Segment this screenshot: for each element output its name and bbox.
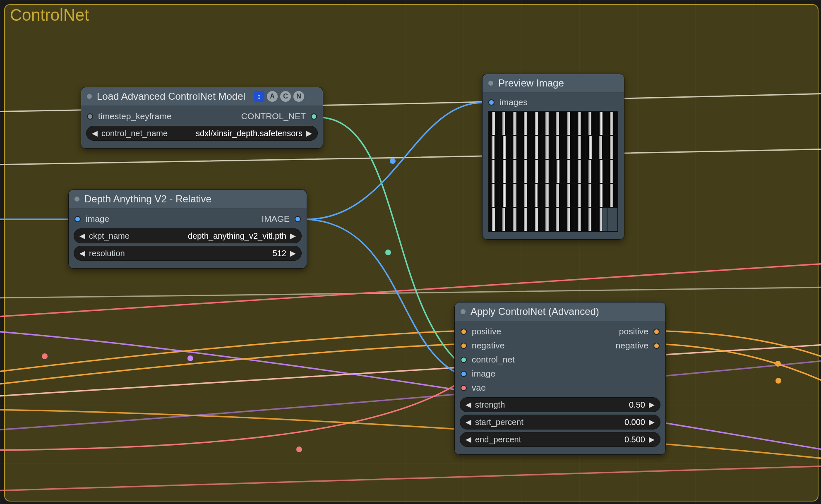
port-icon[interactable]: [653, 329, 660, 335]
output-control-net[interactable]: CONTROL_NET: [241, 111, 317, 121]
port-icon[interactable]: [461, 329, 467, 335]
widget-value[interactable]: 0.50: [629, 400, 645, 410]
output-label: negative: [616, 341, 648, 350]
input-image[interactable]: image: [74, 214, 109, 224]
input-label: vae: [472, 383, 486, 393]
input-control-net[interactable]: control_net: [461, 355, 515, 365]
widget-value[interactable]: 512: [273, 249, 286, 258]
chevron-right-icon[interactable]: ▶: [289, 231, 297, 240]
chevron-left-icon[interactable]: ◀: [78, 249, 86, 258]
collapse-dot-icon[interactable]: [488, 81, 493, 86]
node-header[interactable]: Apply ControlNet (Advanced): [455, 302, 665, 321]
widget-resolution[interactable]: ◀ resolution 512 ▶: [74, 246, 302, 261]
input-vae[interactable]: vae: [461, 383, 486, 393]
port-icon[interactable]: [311, 113, 317, 120]
node-apply-controlnet-advanced[interactable]: Apply ControlNet (Advanced) positive pos…: [454, 302, 666, 455]
output-positive[interactable]: positive: [619, 326, 660, 336]
input-label: negative: [472, 341, 504, 350]
preview-thumbnail: [607, 208, 617, 231]
input-negative[interactable]: negative: [461, 341, 504, 350]
widget-strength[interactable]: ◀ strength 0.50 ▶: [460, 397, 660, 412]
node-header[interactable]: Depth Anything V2 - Relative: [69, 190, 307, 209]
node-badges: ↕ A C N: [254, 91, 304, 102]
preview-thumbnail: [564, 136, 574, 159]
widget-label: strength: [475, 400, 505, 410]
preview-thumbnail: [500, 208, 510, 231]
widget-value[interactable]: sdxl/xinsir_depth.safetensors: [196, 129, 302, 138]
widget-label: control_net_name: [101, 129, 168, 138]
preview-thumbnail: [554, 160, 564, 183]
node-depth-anything-v2[interactable]: Depth Anything V2 - Relative image IMAGE…: [68, 190, 307, 269]
port-icon[interactable]: [461, 385, 467, 391]
port-icon[interactable]: [295, 216, 301, 222]
preview-thumbnail: [597, 136, 607, 159]
input-timestep-keyframe[interactable]: timestep_keyframe: [87, 111, 171, 121]
port-icon[interactable]: [87, 113, 93, 120]
port-icon[interactable]: [461, 343, 467, 349]
widget-ckpt-name[interactable]: ◀ ckpt_name depth_anything_v2_vitl.pth ▶: [74, 228, 302, 243]
preview-thumbnail: [500, 136, 510, 159]
preview-thumbnail: [489, 208, 499, 231]
port-icon[interactable]: [461, 371, 467, 377]
widget-value[interactable]: 0.500: [624, 435, 645, 444]
widget-value[interactable]: 0.000: [624, 418, 645, 427]
widget-start-percent[interactable]: ◀ start_percent 0.000 ▶: [460, 415, 660, 430]
preview-thumbnail: [489, 160, 499, 183]
chevron-right-icon[interactable]: ▶: [648, 435, 656, 444]
chevron-left-icon[interactable]: ◀: [91, 129, 99, 138]
widget-value[interactable]: depth_anything_v2_vitl.pth: [188, 231, 286, 241]
preview-thumbnail: [521, 160, 531, 183]
collapse-dot-icon[interactable]: [74, 197, 79, 202]
chevron-left-icon[interactable]: ◀: [464, 400, 473, 409]
preview-thumbnail: [586, 184, 596, 207]
io-row: image IMAGE: [69, 212, 307, 226]
input-images[interactable]: images: [488, 96, 618, 108]
node-preview-image[interactable]: Preview Image images: [482, 74, 624, 240]
chevron-right-icon[interactable]: ▶: [305, 129, 313, 138]
node-graph-canvas[interactable]: ControlNet: [0, 0, 821, 504]
port-icon[interactable]: [488, 99, 495, 106]
preview-thumbnail: [521, 136, 531, 159]
input-positive[interactable]: positive: [461, 326, 501, 336]
collapse-dot-icon[interactable]: [87, 94, 92, 99]
input-image[interactable]: image: [461, 369, 495, 379]
node-header[interactable]: Load Advanced ControlNet Model ↕ A C N: [81, 87, 323, 106]
preview-thumbnail: [586, 160, 596, 183]
chevron-right-icon[interactable]: ▶: [648, 400, 656, 409]
preview-thumbnail: [500, 112, 510, 135]
port-icon[interactable]: [74, 216, 81, 222]
preview-thumbnail: [500, 184, 510, 207]
chevron-left-icon[interactable]: ◀: [78, 231, 86, 240]
node-title: Depth Anything V2 - Relative: [84, 193, 211, 205]
preview-thumbnail: [543, 112, 553, 135]
preview-thumbnail: [532, 208, 542, 231]
widget-control-net-name[interactable]: ◀ control_net_name sdxl/xinsir_depth.saf…: [86, 126, 318, 141]
chevron-right-icon[interactable]: ▶: [648, 418, 656, 427]
preview-thumbnail: [543, 184, 553, 207]
node-load-advanced-controlnet-model[interactable]: Load Advanced ControlNet Model ↕ A C N t…: [81, 87, 323, 149]
chevron-left-icon[interactable]: ◀: [464, 418, 473, 427]
preview-thumbnail: [554, 208, 564, 231]
preview-thumbnail: [521, 184, 531, 207]
widget-end-percent[interactable]: ◀ end_percent 0.500 ▶: [460, 432, 660, 447]
port-icon[interactable]: [653, 343, 660, 349]
preview-thumbnail: [607, 184, 617, 207]
node-title: Apply ControlNet (Advanced): [471, 306, 599, 317]
preview-thumbnail: [564, 112, 574, 135]
preview-thumbnail: [543, 208, 553, 231]
chevron-left-icon[interactable]: ◀: [464, 435, 473, 444]
input-label: image: [86, 214, 109, 224]
preview-thumbnail: [532, 184, 542, 207]
input-label: image: [472, 369, 495, 379]
output-label: CONTROL_NET: [241, 111, 306, 121]
preview-thumbnail: [586, 112, 596, 135]
chevron-right-icon[interactable]: ▶: [289, 249, 297, 258]
preview-thumbnail: [521, 208, 531, 231]
output-image[interactable]: IMAGE: [262, 214, 301, 224]
collapse-dot-icon[interactable]: [461, 309, 466, 314]
node-header[interactable]: Preview Image: [483, 74, 624, 93]
output-negative[interactable]: negative: [616, 341, 660, 350]
port-icon[interactable]: [461, 357, 467, 363]
preview-thumbnail: [500, 160, 510, 183]
preview-thumbnail: [543, 160, 553, 183]
